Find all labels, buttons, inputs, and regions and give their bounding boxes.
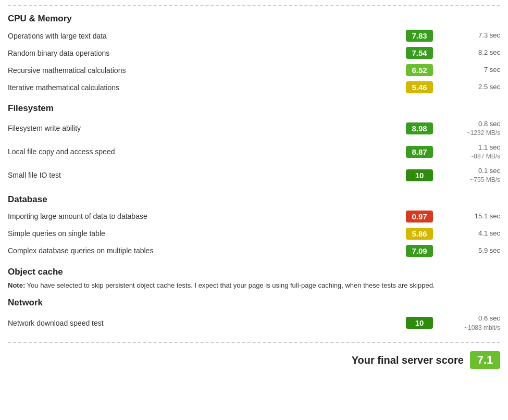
section-title-cpu-memory: CPU & Memory xyxy=(8,14,500,24)
table-row: Complex database queries on multiple tab… xyxy=(8,242,500,260)
score-badge-col: 8.98 xyxy=(401,122,438,134)
row-label: Importing large amount of data to databa… xyxy=(8,212,401,220)
table-row: Recursive mathematical calculations6.527… xyxy=(8,61,500,79)
table-row: Operations with large text data7.837.3 s… xyxy=(8,27,500,44)
score-badge-col: 5.46 xyxy=(401,81,438,93)
metric-primary: 7.3 sec xyxy=(438,31,500,40)
metric-secondary: ~887 MB/s xyxy=(438,152,500,161)
table-row: Iterative mathematical calculations5.462… xyxy=(8,79,500,96)
table-row: Random binary data operations7.548.2 sec xyxy=(8,44,500,61)
table-row: Filesystem write ability8.980.8 sec~1232… xyxy=(8,117,500,140)
metric-col: 2.5 sec xyxy=(438,82,500,92)
score-badge: 0.97 xyxy=(406,211,433,223)
score-badge-col: 6.52 xyxy=(401,64,438,76)
metric-col: 5.9 sec xyxy=(438,246,500,255)
row-label: Recursive mathematical calculations xyxy=(8,66,401,75)
section-title-network: Network xyxy=(8,298,500,308)
row-label: Complex database queries on multiple tab… xyxy=(8,246,401,255)
metric-primary: 0.8 sec xyxy=(438,119,500,129)
score-badge-col: 8.87 xyxy=(401,146,438,158)
score-badge-col: 5.86 xyxy=(401,228,438,240)
bottom-divider xyxy=(8,342,500,343)
metric-primary: 5.9 sec xyxy=(438,246,500,255)
metric-col: 0.6 sec~1083 mbit/s xyxy=(438,314,500,332)
score-badge-col: 0.97 xyxy=(401,211,438,223)
score-badge: 10 xyxy=(406,317,433,329)
score-badge-col: 7.54 xyxy=(401,47,438,59)
section-title-filesystem: Filesystem xyxy=(8,103,500,114)
final-score-badge: 7.1 xyxy=(470,351,500,369)
metric-primary: 2.5 sec xyxy=(438,82,500,92)
score-badge: 7.54 xyxy=(406,47,433,59)
top-divider xyxy=(8,5,500,6)
table-row: Network download speed test100.6 sec~108… xyxy=(8,311,500,335)
row-label: Simple queries on single table xyxy=(8,229,401,238)
table-row: Importing large amount of data to databa… xyxy=(8,208,500,225)
score-badge: 5.46 xyxy=(406,81,433,93)
metric-col: 4.1 sec xyxy=(438,229,500,238)
row-label: Network download speed test xyxy=(8,319,401,327)
score-badge: 8.98 xyxy=(406,122,433,134)
score-badge: 6.52 xyxy=(406,64,433,76)
metric-secondary: ~1232 MB/s xyxy=(438,129,500,138)
score-badge: 8.87 xyxy=(406,146,433,158)
table-row: Simple queries on single table5.864.1 se… xyxy=(8,225,500,242)
score-badge-col: 10 xyxy=(401,169,438,181)
section-title-database: Database xyxy=(8,194,500,205)
metric-col: 7 sec xyxy=(438,65,500,75)
metric-primary: 0.6 sec xyxy=(438,314,500,323)
score-badge: 7.09 xyxy=(406,245,433,257)
final-score-label: Your final server score xyxy=(352,354,464,366)
metric-primary: 7 sec xyxy=(438,65,500,75)
score-badge: 10 xyxy=(406,169,433,181)
metric-primary: 0.1 sec xyxy=(438,166,500,176)
table-row: Small file IO test100.1 sec~755 MB/s xyxy=(8,164,500,187)
metric-secondary: ~755 MB/s xyxy=(438,176,500,184)
section-title-object-cache: Object cache xyxy=(8,267,500,277)
final-score-row: Your final server score 7.1 xyxy=(8,348,500,372)
metric-primary: 4.1 sec xyxy=(438,229,500,238)
metric-secondary: ~1083 mbit/s xyxy=(438,324,500,332)
score-badge-col: 7.83 xyxy=(401,30,438,42)
metric-col: 15.1 sec xyxy=(438,212,500,221)
score-badge-col: 10 xyxy=(401,317,438,329)
score-badge-col: 7.09 xyxy=(401,245,438,257)
table-row: Local file copy and access speed8.871.1 … xyxy=(8,140,500,164)
metric-col: 7.3 sec xyxy=(438,31,500,40)
metric-col: 8.2 sec xyxy=(438,48,500,57)
metric-primary: 15.1 sec xyxy=(438,212,500,221)
metric-col: 0.1 sec~755 MB/s xyxy=(438,166,500,184)
metric-col: 1.1 sec~887 MB/s xyxy=(438,143,500,161)
metric-col: 0.8 sec~1232 MB/s xyxy=(438,119,500,138)
note-text-object-cache: Note: You have selected to skip persiste… xyxy=(8,280,500,291)
metric-primary: 1.1 sec xyxy=(438,143,500,152)
score-badge: 7.83 xyxy=(406,30,433,42)
score-badge: 5.86 xyxy=(406,228,433,240)
metric-primary: 8.2 sec xyxy=(438,48,500,57)
row-label: Operations with large text data xyxy=(8,32,401,40)
row-label: Filesystem write ability xyxy=(8,124,401,132)
row-label: Small file IO test xyxy=(8,171,401,179)
row-label: Iterative mathematical calculations xyxy=(8,83,401,92)
row-label: Local file copy and access speed xyxy=(8,147,401,156)
row-label: Random binary data operations xyxy=(8,49,401,57)
